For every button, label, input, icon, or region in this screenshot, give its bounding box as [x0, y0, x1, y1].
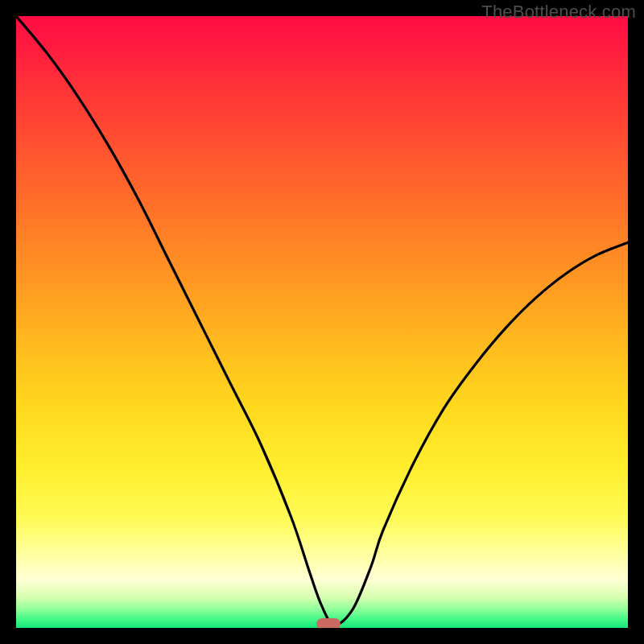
optimal-point-marker — [316, 618, 341, 628]
chart-frame: TheBottleneck.com — [0, 0, 644, 644]
bottleneck-curve — [16, 16, 628, 628]
watermark-text: TheBottleneck.com — [481, 2, 636, 23]
plot-area — [16, 16, 628, 628]
